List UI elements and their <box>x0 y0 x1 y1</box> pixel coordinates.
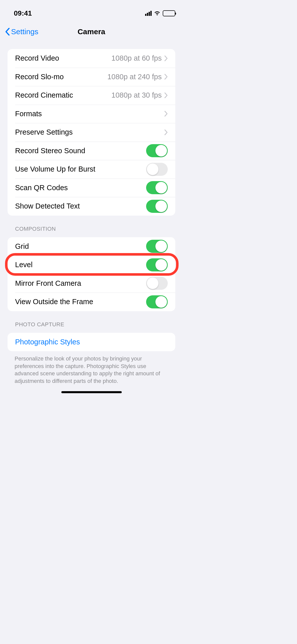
battery-icon <box>163 10 175 16</box>
row-level: Level <box>8 256 175 274</box>
row-scan-qr: Scan QR Codes <box>8 179 175 197</box>
settings-group-composition: Grid Level Mirror Front Camera View Outs… <box>8 237 175 311</box>
row-volume-up-burst: Use Volume Up for Burst <box>8 160 175 179</box>
section-header-composition: Composition <box>15 226 168 232</box>
row-record-video[interactable]: Record Video 1080p at 60 fps <box>8 49 175 68</box>
row-label: Scan QR Codes <box>15 184 146 192</box>
section-header-photo-capture: Photo Capture <box>15 321 168 328</box>
chevron-left-icon <box>5 28 10 35</box>
wifi-icon <box>154 10 161 17</box>
chevron-right-icon <box>164 111 168 116</box>
row-label: Photographic Styles <box>15 338 168 346</box>
row-mirror-front: Mirror Front Camera <box>8 274 175 293</box>
row-label: Formats <box>15 110 164 118</box>
home-indicator[interactable] <box>61 391 122 393</box>
chevron-right-icon <box>164 130 168 135</box>
row-label: Record Slo-mo <box>15 73 107 81</box>
row-view-outside-frame: View Outside the Frame <box>8 293 175 311</box>
toggle-volume-burst[interactable] <box>146 163 168 176</box>
row-detected-text: Show Detected Text <box>8 197 175 216</box>
row-photographic-styles[interactable]: Photographic Styles <box>8 333 175 351</box>
footer-text-photo-capture: Personalize the look of your photos by b… <box>15 355 168 385</box>
row-label: Grid <box>15 242 146 251</box>
chevron-right-icon <box>164 56 168 61</box>
row-record-slomo[interactable]: Record Slo-mo 1080p at 240 fps <box>8 68 175 86</box>
row-label: Mirror Front Camera <box>15 279 146 288</box>
status-time: 09:41 <box>14 9 32 17</box>
row-preserve-settings[interactable]: Preserve Settings <box>8 123 175 142</box>
toggle-detected-text[interactable] <box>146 200 168 213</box>
cellular-icon <box>145 11 152 16</box>
row-detail: 1080p at 240 fps <box>107 73 162 81</box>
toggle-grid[interactable] <box>146 240 168 253</box>
row-label: Show Detected Text <box>15 202 146 210</box>
row-label: Record Stereo Sound <box>15 147 146 155</box>
row-label: View Outside the Frame <box>15 298 146 306</box>
chevron-right-icon <box>164 93 168 98</box>
camera-settings-screen: 09:41 Settings Camera Record Video 1080p… <box>0 0 183 396</box>
row-formats[interactable]: Formats <box>8 105 175 123</box>
row-detail: 1080p at 30 fps <box>111 91 162 99</box>
back-label: Settings <box>11 27 38 36</box>
status-indicators <box>145 10 175 17</box>
status-bar: 09:41 <box>0 2 183 25</box>
row-detail: 1080p at 60 fps <box>111 54 162 62</box>
chevron-right-icon <box>164 74 168 79</box>
row-label: Record Cinematic <box>15 91 111 99</box>
nav-bar: Settings Camera <box>0 25 183 41</box>
toggle-view-outside[interactable] <box>146 295 168 308</box>
toggle-scan-qr[interactable] <box>146 181 168 194</box>
back-button[interactable]: Settings <box>5 27 38 36</box>
toggle-stereo-sound[interactable] <box>146 144 168 157</box>
row-label: Record Video <box>15 54 111 62</box>
settings-group-photo-capture: Photographic Styles <box>8 333 175 351</box>
row-grid: Grid <box>8 237 175 256</box>
row-record-stereo-sound: Record Stereo Sound <box>8 142 175 160</box>
toggle-level[interactable] <box>146 258 168 271</box>
row-label: Use Volume Up for Burst <box>15 165 146 173</box>
row-label: Preserve Settings <box>15 128 164 136</box>
settings-group-main: Record Video 1080p at 60 fps Record Slo-… <box>8 49 175 216</box>
row-label: Level <box>15 261 146 269</box>
toggle-mirror-front[interactable] <box>146 277 168 290</box>
row-record-cinematic[interactable]: Record Cinematic 1080p at 30 fps <box>8 86 175 105</box>
